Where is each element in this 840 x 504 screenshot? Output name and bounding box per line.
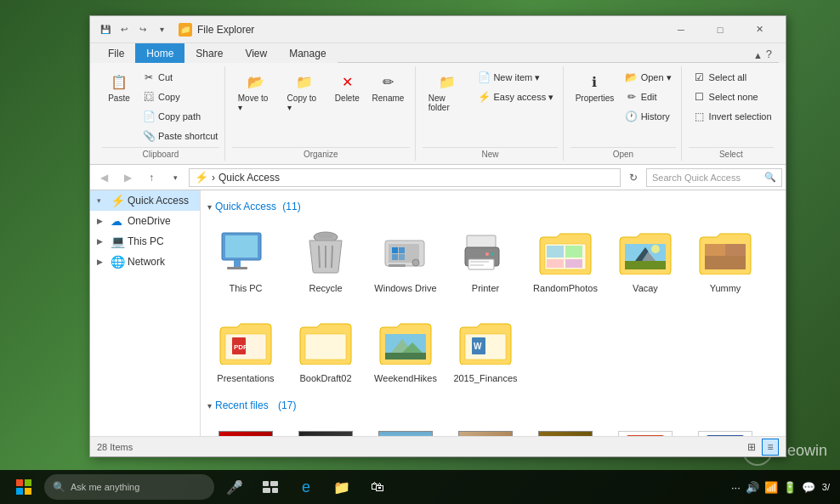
tray-network[interactable]: 📶 — [764, 481, 778, 494]
move-to-button[interactable]: 📂 Move to ▾ — [232, 68, 280, 116]
clipboard-items: 📋 Paste ✂ Cut ⿴ Copy 📄 Copy path — [102, 68, 219, 145]
nav-item-quick-access[interactable]: ▾ ⚡ Quick Access — [90, 190, 200, 211]
taskbar-task-view-icon[interactable] — [253, 470, 287, 504]
cut-button[interactable]: ✂ Cut — [138, 68, 222, 87]
file-item-finals2015[interactable]: W Finals2015 — [687, 418, 763, 436]
file-item-presentations[interactable]: PDF Presentations — [207, 309, 284, 389]
select-items: ☑ Select all ☐ Select none ⬚ Invert sele… — [689, 68, 774, 145]
svg-rect-51 — [16, 488, 23, 495]
file-item-vacay-photo[interactable]: Vacay — [367, 418, 444, 436]
select-none-button[interactable]: ☐ Select none — [689, 88, 776, 106]
file-item-vito[interactable]: 🐕 Vito_Fumble — [447, 418, 524, 436]
file-item-thispc[interactable]: This PC — [207, 219, 284, 299]
file-item-randomphotos[interactable]: RandomPhotos — [527, 219, 604, 299]
refresh-button[interactable]: ↻ — [624, 168, 643, 187]
quick-access-section-header[interactable]: ▾ Quick Access (11) — [207, 197, 779, 216]
list-view-button[interactable]: ≡ — [762, 439, 779, 456]
recent-files-section-header[interactable]: ▾ Recent files (17) — [207, 396, 779, 415]
file-item-yummy[interactable]: Yummy — [687, 219, 763, 299]
start-button[interactable] — [3, 470, 44, 504]
copy-to-button[interactable]: 📁 Copy to ▾ — [281, 68, 328, 116]
nav-item-thispc[interactable]: ▶ 💻 This PC — [90, 231, 200, 252]
easy-access-button[interactable]: ⚡ Easy access ▾ — [473, 88, 558, 106]
qat-customize[interactable]: ▾ — [153, 21, 170, 38]
properties-button[interactable]: ℹ Properties — [570, 68, 618, 106]
tab-manage[interactable]: Manage — [278, 43, 337, 63]
svg-rect-41 — [305, 334, 346, 360]
typeconfa-icon: a — [219, 424, 273, 436]
taskbar-file-explorer-icon[interactable]: 📁 — [325, 470, 359, 504]
minimize-button[interactable]: ─ — [661, 16, 701, 43]
quick-access-grid: This PC Recycle — [207, 216, 779, 306]
invert-label: Invert selection — [709, 111, 772, 122]
taskbar-search-placeholder: Ask me anything — [71, 482, 139, 492]
taskbar-search-box[interactable]: 🔍 Ask me anything — [44, 474, 214, 500]
open-button[interactable]: 📂 Open ▾ — [621, 68, 676, 87]
tray-action-center[interactable]: 💬 — [802, 481, 815, 494]
file-item-whatsup[interactable]: 🦓 WhatsUP — [527, 418, 604, 436]
tab-share[interactable]: Share — [184, 43, 234, 63]
delete-button[interactable]: ✕ Delete — [329, 68, 365, 106]
file-item-typeconfb[interactable]: H TypeConf_B — [287, 418, 364, 436]
nav-icon-onedrive: ☁ — [111, 214, 124, 228]
select-all-button[interactable]: ☑ Select all — [689, 68, 776, 87]
file-item-typeconfa[interactable]: a TypeConf_A — [207, 418, 284, 436]
ribbon: 📋 Paste ✂ Cut ⿴ Copy 📄 Copy path — [90, 63, 786, 165]
nav-item-network[interactable]: ▶ 🌐 Network — [90, 252, 200, 272]
new-group: 📁 New folder 📄 New item ▾ ⚡ Easy access … — [417, 66, 565, 161]
nav-icon-network: 🌐 — [111, 255, 124, 269]
forward-button[interactable]: ▶ — [117, 167, 138, 188]
address-path[interactable]: ⚡ › Quick Access — [189, 168, 621, 187]
new-item-button[interactable]: 📄 New item ▾ — [473, 68, 558, 87]
file-item-printer[interactable]: Printer — [447, 219, 524, 299]
paste-shortcut-button[interactable]: 📎 Paste shortcut — [138, 127, 222, 145]
quick-access-toolbar: 💾 ↩ ↪ ▾ — [97, 20, 170, 39]
taskbar-store-icon[interactable]: 🛍 — [360, 470, 394, 504]
tab-view[interactable]: View — [234, 43, 278, 63]
file-item-recycle[interactable]: Recycle — [287, 219, 364, 299]
search-box[interactable]: Search Quick Access 🔍 — [646, 168, 782, 187]
file-item-trippreso[interactable]: P Trip Preso — [607, 418, 684, 436]
title-bar: 💾 ↩ ↪ ▾ 📁 File Explorer ─ □ ✕ — [90, 16, 786, 43]
nav-item-onedrive[interactable]: ▶ ☁ OneDrive — [90, 211, 200, 231]
help-btn[interactable]: ? — [766, 48, 772, 60]
copy-button[interactable]: ⿴ Copy — [138, 88, 222, 106]
up-button[interactable]: ↑ — [141, 167, 162, 188]
taskbar-cortana-icon[interactable]: 🎤 — [218, 470, 252, 504]
tray-dots[interactable]: ··· — [731, 481, 741, 494]
tray-volume[interactable]: 🔊 — [746, 481, 759, 494]
back-button[interactable]: ◀ — [94, 167, 114, 188]
qat-redo[interactable]: ↪ — [134, 21, 151, 38]
edit-button[interactable]: ✏ Edit — [621, 88, 676, 106]
rename-button[interactable]: ✏ Rename — [366, 68, 409, 106]
recent-locations-button[interactable]: ▾ — [165, 167, 185, 188]
rename-icon: ✏ — [377, 71, 398, 92]
paste-button[interactable]: 📋 Paste — [102, 68, 136, 106]
history-button[interactable]: 🕐 History — [621, 107, 676, 126]
ribbon-collapse-btn[interactable]: ▲ — [753, 50, 763, 60]
file-item-weekendhikes[interactable]: WeekendHikes — [367, 309, 444, 389]
qat-undo[interactable]: ↩ — [116, 21, 133, 38]
svg-point-11 — [412, 259, 419, 266]
file-item-vacay[interactable]: Vacay — [607, 219, 684, 299]
select-label: Select — [689, 147, 774, 159]
file-item-bookdraft[interactable]: BookDraft02 — [287, 309, 364, 389]
maximize-button[interactable]: □ — [701, 16, 740, 43]
file-item-finances[interactable]: W 2015_Finances — [447, 309, 524, 389]
qat-save[interactable]: 💾 — [97, 21, 114, 38]
file-item-drive[interactable]: Windows Drive — [367, 219, 444, 299]
new-folder-button[interactable]: 📁 New folder — [423, 68, 472, 116]
tab-home[interactable]: Home — [135, 43, 184, 63]
taskbar-ie-icon[interactable]: e — [289, 470, 323, 504]
tab-file[interactable]: File — [97, 43, 135, 63]
invert-selection-button[interactable]: ⬚ Invert selection — [689, 107, 776, 126]
cut-label: Cut — [158, 72, 173, 82]
svg-text:W: W — [474, 342, 482, 351]
tray-battery[interactable]: 🔋 — [783, 481, 797, 494]
svg-rect-14 — [399, 247, 405, 253]
grid-view-button[interactable]: ⊞ — [743, 439, 760, 456]
copy-path-button[interactable]: 📄 Copy path — [138, 107, 222, 126]
finals2015-icon: W — [698, 424, 752, 436]
close-button[interactable]: ✕ — [740, 16, 779, 43]
svg-point-23 — [485, 252, 489, 256]
